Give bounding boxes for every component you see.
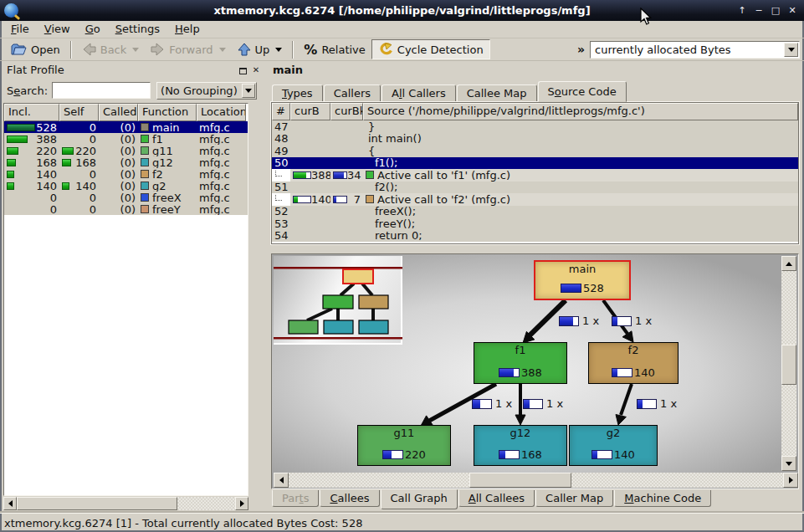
- node-cost-fill: [383, 451, 392, 458]
- node-label: g11: [394, 427, 415, 439]
- tab-callers[interactable]: Callers: [324, 84, 381, 102]
- line-number: 48: [272, 133, 290, 146]
- tab-source-code[interactable]: Source Code: [538, 81, 627, 102]
- call-graph-minimap[interactable]: [274, 256, 402, 345]
- scroll-left-icon[interactable]: [3, 497, 17, 510]
- scrollbar-thumb[interactable]: [781, 345, 796, 385]
- grouping-combobox[interactable]: (No Grouping): [156, 82, 257, 100]
- tab-all-callees[interactable]: All Callees: [458, 490, 535, 507]
- column-header-called[interactable]: Called: [99, 104, 138, 121]
- edge-call-count: 1 x: [546, 397, 563, 410]
- scrollbar-thumb[interactable]: [469, 473, 571, 488]
- source-line-54[interactable]: 54return 0;: [272, 230, 798, 243]
- source-line-48[interactable]: 48int main(): [272, 133, 798, 146]
- node-cost-value: 388: [521, 366, 542, 379]
- scrollbar-track[interactable]: [781, 271, 796, 456]
- graph-node-main[interactable]: main528: [534, 260, 631, 300]
- graph-node-f1[interactable]: f1388: [474, 342, 567, 384]
- menu-view[interactable]: View: [37, 22, 78, 37]
- tab-callees[interactable]: Callees: [320, 490, 379, 507]
- function-color-swatch: [141, 170, 149, 178]
- source-line-50[interactable]: 50f1();: [272, 157, 798, 170]
- keep-above-icon[interactable]: ↑: [735, 4, 749, 18]
- function-row-f1[interactable]: 3880(0)f1mfg.c: [4, 133, 248, 145]
- function-row-g11[interactable]: 220220(0)g11mfg.c: [4, 145, 248, 156]
- source-column-header-0[interactable]: #: [272, 103, 290, 120]
- self-cell: 0: [59, 203, 99, 215]
- source-line-51[interactable]: 51f2();: [272, 182, 798, 194]
- up-dropdown-icon[interactable]: [275, 48, 282, 52]
- function-row-f2[interactable]: 1400(0)f2mfg.c: [4, 168, 248, 180]
- menu-go[interactable]: Go: [78, 22, 108, 37]
- combo-dropdown-icon[interactable]: [784, 43, 798, 57]
- curbk-cell: 7: [330, 193, 363, 206]
- source-column-header-1[interactable]: curB: [290, 103, 330, 120]
- column-header-function[interactable]: Function: [138, 104, 197, 121]
- function-row-freeX[interactable]: 00(0)freeXmfg.c: [4, 192, 248, 203]
- active-call-row[interactable]: 1407Active call to 'f2' (mfg.c): [272, 193, 798, 206]
- function-row-freeY[interactable]: 00(0)freeYmfg.c: [4, 203, 248, 215]
- node-cost-fill: [561, 284, 581, 292]
- cycle-detection-button[interactable]: Cycle Detection: [371, 39, 490, 59]
- graph-node-g2[interactable]: g2140: [569, 425, 658, 466]
- tab-machine-code[interactable]: Machine Code: [614, 490, 711, 507]
- curb-cell: [290, 230, 330, 243]
- tab-all-callers[interactable]: All Callers: [382, 84, 456, 102]
- scrollbar-track[interactable]: [17, 497, 235, 510]
- scroll-up-icon[interactable]: [781, 256, 796, 271]
- self-value: 220: [75, 145, 96, 156]
- maximize-icon[interactable]: □: [769, 4, 782, 18]
- dock-close-icon[interactable]: ✕: [250, 64, 262, 76]
- graph-node-g12[interactable]: g12168: [474, 425, 567, 466]
- scroll-right-icon[interactable]: [783, 473, 798, 488]
- combo-dropdown-icon[interactable]: [242, 84, 255, 98]
- dock-float-icon[interactable]: [239, 68, 247, 74]
- forward-dropdown-icon[interactable]: [219, 48, 226, 52]
- graph-node-f2[interactable]: f2140: [588, 342, 679, 384]
- up-button[interactable]: Up: [232, 39, 289, 59]
- function-row-g12[interactable]: 168168(0)g12mfg.c: [4, 156, 248, 168]
- event-type-combobox[interactable]: currently allocated Bytes: [590, 41, 800, 59]
- scroll-right-icon[interactable]: [235, 497, 248, 510]
- line-number: 53: [272, 217, 290, 230]
- source-line-47[interactable]: 47}: [272, 120, 798, 133]
- source-line-53[interactable]: 53freeY();: [272, 217, 798, 230]
- self-cost-bar: [62, 159, 71, 166]
- menu-file[interactable]: File: [3, 22, 37, 37]
- scroll-left-icon[interactable]: [274, 473, 289, 488]
- tab-types[interactable]: Types: [272, 84, 323, 102]
- source-column-header-3[interactable]: Source ('/home/philippe/valgrind/littlep…: [363, 103, 798, 120]
- column-header-location[interactable]: Location: [197, 104, 246, 121]
- location-value: mfg.c: [197, 180, 246, 192]
- minimize-icon[interactable]: ─: [752, 4, 766, 18]
- back-button[interactable]: Back: [76, 39, 146, 59]
- graph-node-g11[interactable]: g11220: [357, 425, 451, 466]
- tab-call-graph[interactable]: Call Graph: [381, 489, 458, 509]
- column-header-self[interactable]: Self: [59, 104, 99, 121]
- active-call-row[interactable]: 38834Active call to 'f1' (mfg.c): [272, 169, 798, 182]
- search-input[interactable]: [52, 82, 151, 99]
- selected-function-title: main: [273, 64, 303, 76]
- function-row-g2[interactable]: 140140(0)g2mfg.c: [4, 180, 248, 192]
- menu-settings[interactable]: Settings: [108, 22, 167, 37]
- relative-button[interactable]: % Relative: [298, 39, 371, 59]
- scroll-down-icon[interactable]: [781, 456, 796, 471]
- tab-caller-map[interactable]: Caller Map: [535, 490, 613, 507]
- source-column-header-2[interactable]: curBk: [330, 103, 363, 120]
- open-button[interactable]: Open: [5, 39, 66, 59]
- menu-help[interactable]: Help: [167, 22, 207, 37]
- scrollbar-track[interactable]: [289, 473, 783, 488]
- source-line-49[interactable]: 49{: [272, 145, 798, 157]
- detail-pane: main TypesCallersAll CallersCallee MapSo…: [269, 61, 802, 513]
- tab-callee-map[interactable]: Callee Map: [457, 84, 537, 102]
- function-row-main[interactable]: 5280(0)mainmfg.c: [4, 121, 248, 133]
- toolbar-overflow-chevron[interactable]: »: [577, 43, 585, 56]
- source-line-52[interactable]: 52freeX();: [272, 206, 798, 218]
- back-dropdown-icon[interactable]: [132, 48, 139, 52]
- close-icon[interactable]: ✕: [786, 4, 799, 18]
- scrollbar-thumb[interactable]: [17, 497, 177, 510]
- column-header-incl[interactable]: Incl.: [4, 104, 59, 121]
- node-cost-value: 140: [614, 448, 635, 461]
- forward-button[interactable]: Forward: [145, 39, 231, 59]
- call-graph-panel[interactable]: main528f1388f2140g11220g12168g21401 x1 x…: [271, 253, 799, 489]
